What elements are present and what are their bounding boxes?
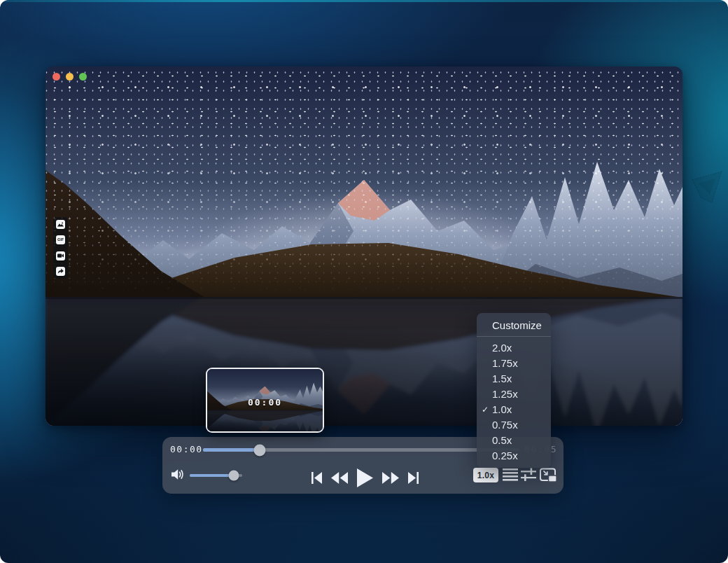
- thumbnail-timestamp: 00:00: [207, 397, 323, 408]
- menu-item-speed[interactable]: 1.5x: [477, 371, 551, 387]
- gif-icon: GIF: [57, 238, 64, 242]
- forward-icon: [382, 472, 399, 484]
- check-icon: ✓: [482, 402, 489, 417]
- previous-button[interactable]: [312, 472, 322, 484]
- playback-speed-menu: Customize 2.0x 1.75x 1.5x 1.25x ✓ 1.0x 0…: [477, 313, 551, 468]
- minimize-button[interactable]: [66, 73, 74, 81]
- share-button[interactable]: [56, 267, 65, 276]
- side-toolbar: GIF: [53, 217, 68, 279]
- rewind-icon: [331, 472, 348, 484]
- playlist-icon: [503, 468, 518, 481]
- gif-export-button[interactable]: GIF: [56, 235, 65, 244]
- camera-icon: [57, 253, 64, 258]
- volume-icon[interactable]: [172, 468, 185, 480]
- menu-item-speed[interactable]: 0.5x: [477, 433, 551, 448]
- desktop-background: GIF 00:00 00:00 00:05: [0, 0, 728, 563]
- menu-item-speed[interactable]: 0.75x: [477, 417, 551, 433]
- volume-slider-thumb[interactable]: [229, 471, 239, 481]
- zoom-button[interactable]: [79, 73, 87, 81]
- tune-icon: [521, 468, 536, 481]
- picture-in-picture-button[interactable]: [540, 468, 557, 482]
- close-button[interactable]: [52, 73, 60, 81]
- wallpaper-flag-watermark: [689, 169, 725, 210]
- video-frame-mountain-lake: [46, 67, 682, 426]
- image-icon: [57, 222, 64, 227]
- volume-slider[interactable]: [190, 474, 242, 477]
- transport-controls: [302, 465, 428, 490]
- previous-icon: [312, 472, 322, 484]
- playback-speed-button[interactable]: 1.0x: [473, 468, 498, 482]
- current-time: 00:00: [170, 444, 203, 454]
- play-icon: [357, 468, 373, 487]
- menu-item-speed[interactable]: 0.25x: [477, 448, 551, 464]
- rewind-button[interactable]: [331, 472, 348, 484]
- seek-thumbnail-preview: 00:00: [206, 368, 324, 433]
- picture-in-picture-icon: [540, 468, 557, 482]
- playlist-button[interactable]: [503, 468, 518, 481]
- menu-item-customize[interactable]: Customize: [477, 317, 551, 334]
- forward-button[interactable]: [382, 472, 399, 484]
- next-button[interactable]: [408, 472, 419, 484]
- record-button[interactable]: [56, 251, 65, 260]
- video-player-window: GIF: [46, 67, 682, 426]
- seek-slider[interactable]: [203, 448, 519, 452]
- menu-divider: [477, 336, 551, 337]
- play-button[interactable]: [357, 468, 373, 487]
- snapshot-button[interactable]: [56, 220, 65, 229]
- seek-slider-thumb[interactable]: [254, 444, 266, 456]
- menu-item-speed-selected[interactable]: ✓ 1.0x: [477, 402, 551, 417]
- settings-tune-button[interactable]: [521, 468, 536, 481]
- menu-item-speed[interactable]: 1.25x: [477, 387, 551, 402]
- next-icon: [408, 472, 419, 484]
- traffic-lights: [52, 73, 87, 81]
- share-icon: [57, 268, 64, 274]
- menu-item-speed[interactable]: 1.75x: [477, 356, 551, 371]
- menu-item-speed[interactable]: 2.0x: [477, 340, 551, 356]
